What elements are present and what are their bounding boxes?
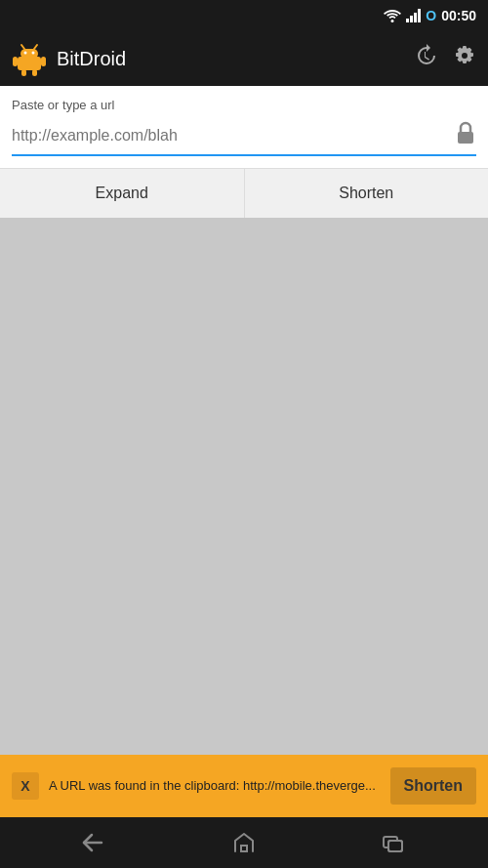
- signal-bars-icon: [406, 9, 421, 22]
- svg-rect-2: [20, 49, 38, 59]
- nav-back-button[interactable]: [70, 823, 119, 862]
- lock-icon: [455, 120, 476, 150]
- wifi-icon: [384, 9, 401, 22]
- expand-button[interactable]: Expand: [0, 169, 245, 218]
- data-network-icon: O: [426, 8, 436, 23]
- app-header: BitDroid: [0, 31, 488, 86]
- history-icon[interactable]: [414, 44, 437, 73]
- svg-rect-10: [32, 69, 37, 76]
- svg-rect-14: [388, 841, 402, 851]
- app-header-actions: [414, 44, 476, 73]
- url-input[interactable]: [12, 123, 447, 148]
- status-time: 00:50: [441, 8, 476, 23]
- svg-point-4: [32, 52, 35, 55]
- svg-rect-9: [21, 69, 26, 76]
- svg-point-3: [24, 52, 27, 55]
- svg-rect-11: [458, 132, 473, 144]
- svg-line-6: [34, 45, 37, 49]
- svg-rect-1: [18, 57, 41, 70]
- status-icons: O 00:50: [384, 8, 476, 23]
- app-title: BitDroid: [57, 48, 126, 70]
- svg-rect-12: [241, 846, 247, 851]
- app-header-left: BitDroid: [12, 41, 126, 76]
- url-label: Paste or type a url: [12, 98, 476, 112]
- snackbar-message: A URL was found in the clipboard: http:/…: [49, 777, 381, 795]
- svg-rect-7: [13, 57, 18, 66]
- content-area: [0, 218, 488, 755]
- main-content: Paste or type a url Expand Shorten: [0, 86, 488, 218]
- app-logo-icon: [12, 41, 47, 76]
- nav-recents-button[interactable]: [369, 823, 418, 862]
- svg-point-0: [391, 20, 394, 22]
- nav-bar: [0, 817, 488, 868]
- snackbar-close-button[interactable]: X: [12, 772, 39, 800]
- settings-icon[interactable]: [453, 44, 476, 73]
- snackbar: X A URL was found in the clipboard: http…: [0, 755, 488, 817]
- shorten-button-top[interactable]: Shorten: [245, 169, 489, 218]
- status-bar: O 00:50: [0, 0, 488, 31]
- svg-rect-8: [41, 57, 46, 66]
- svg-line-5: [21, 45, 24, 49]
- url-input-row: [12, 120, 476, 156]
- button-row: Expand Shorten: [0, 168, 488, 218]
- nav-home-button[interactable]: [220, 823, 268, 862]
- snackbar-shorten-button[interactable]: Shorten: [390, 767, 476, 805]
